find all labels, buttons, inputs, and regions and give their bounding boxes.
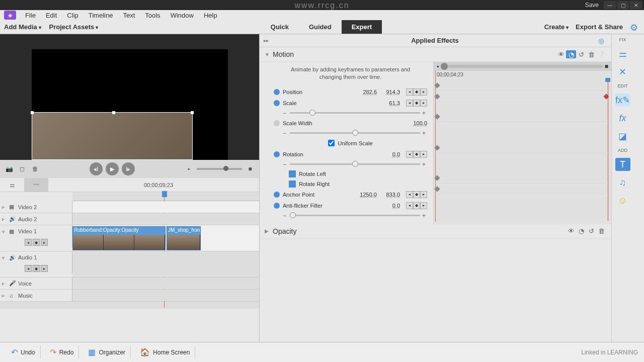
- kf-add-button[interactable]: ◆: [413, 151, 420, 158]
- timeline-tool-properties[interactable]: ⚌: [0, 178, 24, 192]
- clip-rubberband[interactable]: Rubberband:Opacity:Opacity: [72, 226, 166, 250]
- reset-icon[interactable]: ↺: [576, 51, 586, 58]
- undo-button[interactable]: ↶Undo: [6, 345, 41, 359]
- zoom-out-icon[interactable]: ▪: [184, 164, 194, 174]
- help-icon[interactable]: ❔: [596, 51, 606, 58]
- reset-icon[interactable]: ↺: [586, 227, 596, 235]
- trash-icon[interactable]: 🗑: [30, 164, 40, 174]
- rotate-right-button[interactable]: Rotate Right: [274, 179, 427, 189]
- kf-next-button[interactable]: ▸: [420, 202, 427, 209]
- project-assets-dropdown[interactable]: Project Assets: [49, 23, 99, 31]
- trash-icon[interactable]: 🗑: [586, 51, 596, 58]
- music-icon[interactable]: ♫: [615, 176, 630, 189]
- stopwatch-icon[interactable]: [274, 100, 280, 106]
- track-audio1[interactable]: [72, 251, 259, 277]
- panel-target-icon[interactable]: ◎: [598, 37, 607, 45]
- anchor-x-value[interactable]: 1250.0: [357, 192, 377, 198]
- transitions-icon[interactable]: ◪: [615, 130, 630, 143]
- rotation-slider[interactable]: [290, 163, 420, 165]
- crop-icon[interactable]: ◻: [17, 164, 27, 174]
- kf-next-button[interactable]: ▸: [41, 239, 48, 246]
- zoom-slider[interactable]: [197, 168, 242, 170]
- anchor-y-value[interactable]: 833.0: [380, 192, 400, 198]
- stopwatch-icon[interactable]: ◔: [576, 227, 586, 235]
- timeline-scrollbar[interactable]: [0, 302, 259, 309]
- step-back-button[interactable]: ◂Ⅰ: [90, 162, 103, 175]
- opacity-disclosure-icon[interactable]: ▶: [265, 228, 273, 234]
- preview-monitor[interactable]: [0, 34, 259, 160]
- kf-add-button[interactable]: ◆: [413, 88, 420, 96]
- kf-add-button[interactable]: ◆: [33, 239, 40, 246]
- graphics-icon[interactable]: ☺: [615, 194, 630, 207]
- maximize-button[interactable]: ▢: [617, 1, 629, 9]
- add-media-dropdown[interactable]: Add Media: [4, 23, 41, 31]
- zoom-in-icon[interactable]: ■: [605, 63, 608, 70]
- clip-shopfront[interactable]: JM_shop_front.jpg: [167, 226, 201, 250]
- kf-add-button[interactable]: ◆: [413, 191, 420, 198]
- menu-file[interactable]: File: [20, 12, 41, 19]
- track-video1[interactable]: Rubberband:Opacity:Opacity JM_shop_front…: [72, 225, 259, 251]
- menu-edit[interactable]: Edit: [41, 12, 62, 19]
- scale-value[interactable]: 61.3: [380, 100, 400, 106]
- motion-disclosure-icon[interactable]: ▼: [265, 52, 273, 57]
- kf-prev-button[interactable]: ◂: [406, 202, 413, 209]
- kf-prev-button[interactable]: ◂: [406, 100, 413, 107]
- save-link[interactable]: Save: [585, 2, 599, 9]
- adjust-icon[interactable]: ⚌: [615, 47, 630, 60]
- kf-add-button[interactable]: ◆: [413, 202, 420, 209]
- menu-text[interactable]: Text: [118, 12, 140, 19]
- menu-clip[interactable]: Clip: [62, 12, 83, 19]
- kf-next-button[interactable]: ▸: [420, 191, 427, 198]
- eye-icon[interactable]: 👁: [566, 227, 576, 235]
- stopwatch-icon[interactable]: [274, 151, 280, 157]
- track-audio2[interactable]: [72, 213, 259, 225]
- export-share-button[interactable]: Export & Share: [576, 23, 623, 31]
- zoom-in-icon[interactable]: ■: [245, 164, 255, 174]
- tab-guided[interactable]: Guided: [299, 20, 342, 34]
- kf-prev-button[interactable]: ◂: [25, 265, 32, 272]
- play-button[interactable]: ▶: [106, 162, 119, 175]
- trash-icon[interactable]: 🗑: [596, 227, 606, 235]
- kf-prev-button[interactable]: ◂: [406, 151, 413, 158]
- menu-help[interactable]: Help: [199, 12, 222, 19]
- uniform-scale-checkbox[interactable]: [328, 140, 335, 146]
- home-button[interactable]: 🏠Home Screen: [135, 345, 195, 359]
- antiflicker-value[interactable]: 0.0: [380, 203, 400, 209]
- kf-prev-button[interactable]: ◂: [406, 191, 413, 198]
- panel-collapse-icon[interactable]: ▸▸: [264, 38, 272, 43]
- fx-applied-icon[interactable]: fx✎: [615, 94, 630, 107]
- camera-icon[interactable]: 📷: [4, 164, 14, 174]
- menu-tools[interactable]: Tools: [140, 12, 165, 19]
- menu-timeline[interactable]: Timeline: [84, 12, 118, 19]
- stopwatch-icon[interactable]: [274, 89, 280, 95]
- kf-prev-button[interactable]: ◂: [406, 88, 413, 96]
- kf-add-button[interactable]: ◆: [33, 265, 40, 272]
- kf-add-button[interactable]: ◆: [413, 100, 420, 107]
- scalewidth-value[interactable]: 100.0: [407, 120, 427, 126]
- rotate-left-button[interactable]: Rotate Left: [274, 169, 427, 179]
- zoom-out-icon[interactable]: ▪: [437, 63, 439, 70]
- stopwatch-active-icon[interactable]: ◔: [566, 50, 576, 58]
- kf-prev-button[interactable]: ◂: [25, 239, 32, 246]
- redo-button[interactable]: ↷Redo: [45, 345, 79, 359]
- tab-quick[interactable]: Quick: [261, 20, 299, 34]
- keyframe-timeline[interactable]: ▪■ 00;00;04;23: [433, 62, 611, 224]
- kf-next-button[interactable]: ▸: [41, 265, 48, 272]
- rotation-value[interactable]: 0.0: [380, 151, 400, 157]
- timeline-tool-audio[interactable]: 〰: [24, 178, 48, 192]
- track-music[interactable]: [72, 290, 259, 301]
- track-video2[interactable]: [72, 201, 259, 213]
- create-dropdown[interactable]: Create: [544, 23, 569, 31]
- eye-icon[interactable]: 👁: [556, 51, 566, 58]
- timeline-ruler[interactable]: [72, 192, 259, 201]
- playhead-icon[interactable]: [162, 191, 167, 197]
- tools-icon[interactable]: ✕: [615, 65, 630, 78]
- kf-next-button[interactable]: ▸: [420, 88, 427, 96]
- step-fwd-button[interactable]: Ⅰ▸: [122, 162, 135, 175]
- settings-gear-icon[interactable]: ⚙: [630, 22, 640, 32]
- stopwatch-icon[interactable]: [274, 203, 280, 209]
- position-x-value[interactable]: 282.6: [357, 89, 377, 95]
- scale-slider[interactable]: [290, 112, 420, 114]
- organizer-button[interactable]: ▦Organizer: [83, 345, 131, 359]
- track-voice[interactable]: [72, 278, 259, 289]
